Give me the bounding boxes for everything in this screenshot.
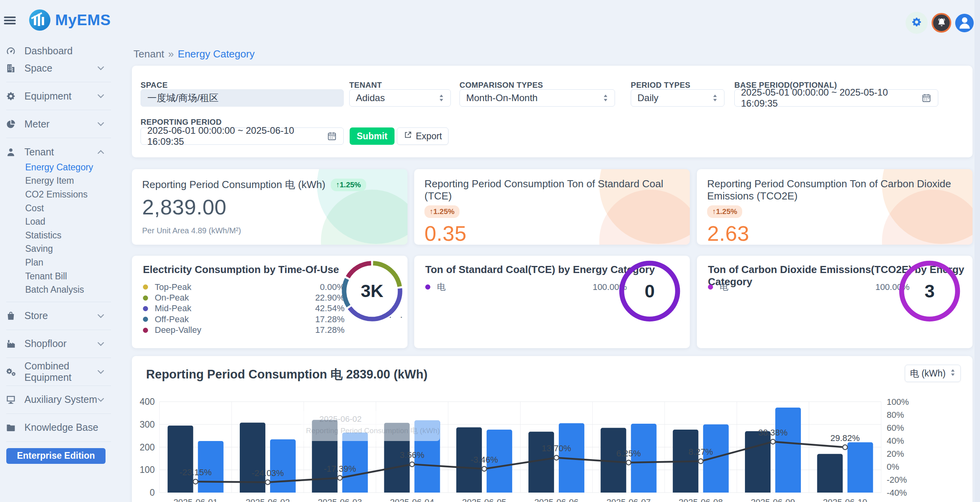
sidebar: DashboardSpaceEquipmentMeterTenantEnergy…: [0, 42, 118, 464]
sidebar-item-space[interactable]: Space: [0, 59, 118, 77]
sidebar-subitem-cost[interactable]: Cost: [0, 201, 118, 215]
svg-text:3: 3: [924, 281, 935, 301]
sidebar-item-label: Equipment: [24, 90, 72, 102]
sidebar-item-auxiliary-system[interactable]: Auxiliary System: [0, 391, 118, 408]
svg-text:-17.39%: -17.39%: [324, 464, 356, 474]
donut-chart[interactable]: 3: [896, 258, 963, 325]
sidebar-item-label: Space: [24, 63, 52, 74]
metric-card-electricity: Reporting Period Consumption 电 (kWh)↑1.2…: [132, 169, 408, 245]
svg-text:-20%: -20%: [887, 475, 907, 485]
legend-dot: [708, 284, 713, 290]
gauge-icon: [6, 46, 16, 56]
legend-dot: [143, 306, 148, 311]
donut-card-tco2e-category: Ton of Carbon Dioxide Emissions(TCO2E) b…: [697, 256, 973, 348]
period-types-select[interactable]: Daily: [631, 89, 724, 107]
legend-label: 电: [437, 281, 446, 293]
svg-text:100%: 100%: [887, 397, 909, 407]
svg-text:-40%: -40%: [887, 488, 907, 498]
sidebar-item-label: Shopfloor: [24, 338, 67, 349]
legend-label: Off-Peak: [155, 314, 189, 325]
legend-percent: 17.28%: [315, 325, 345, 335]
scrollbar[interactable]: [974, 0, 980, 502]
legend-row[interactable]: Top-Peak0.00%: [143, 282, 345, 292]
svg-text:38.38%: 38.38%: [758, 428, 788, 437]
sidebar-subitem-saving[interactable]: Saving: [0, 242, 118, 256]
svg-text:2025-06-10: 2025-06-10: [823, 497, 867, 502]
sidebar-subitem-tenant-bill[interactable]: Tenant Bill: [0, 269, 118, 283]
sidebar-item-tenant[interactable]: Tenant: [0, 143, 118, 161]
reporting-period-input[interactable]: 2025-06-01 00:00:00 ~ 2025-06-10 16:09:3…: [141, 127, 344, 145]
sidebar-item-knowledge-base[interactable]: Knowledge Base: [0, 419, 118, 436]
breadcrumb-parent[interactable]: Tenant: [133, 48, 164, 60]
svg-text:0%: 0%: [887, 462, 899, 472]
app-logo[interactable]: MyEMS: [29, 9, 111, 31]
space-input[interactable]: 一度城/商场/租区: [141, 89, 344, 107]
legend-row[interactable]: On-Peak22.90%: [143, 292, 345, 303]
breadcrumb-current: Energy Category: [178, 48, 255, 60]
legend-row[interactable]: 电100.00%: [708, 282, 910, 292]
sidebar-subitem-co2-emissions[interactable]: CO2 Emissions: [0, 188, 118, 201]
svg-text:2025-06-01: 2025-06-01: [173, 497, 218, 502]
logo-building-icon: [29, 9, 50, 31]
svg-text:29.82%: 29.82%: [830, 433, 860, 443]
logo-text: MyEMS: [55, 11, 111, 29]
user-avatar[interactable]: [955, 14, 974, 32]
export-button[interactable]: Export: [397, 127, 448, 145]
metric-title: Reporting Period Consumption 电 (kWh): [142, 178, 325, 192]
export-icon: [404, 131, 412, 142]
sidebar-subitem-load[interactable]: Load: [0, 215, 118, 229]
donut-chart[interactable]: 0: [616, 258, 683, 325]
legend-row[interactable]: Deep-Valley17.28%: [143, 325, 345, 336]
space-label: SPACE: [141, 81, 168, 90]
donut-legend: 电100.00%: [425, 282, 627, 292]
legend-dot: [425, 284, 430, 290]
sidebar-subitem-plan[interactable]: Plan: [0, 256, 118, 269]
svg-text:-3.46%: -3.46%: [471, 455, 498, 465]
comparison-types-label: COMPARISON TYPES: [459, 81, 543, 90]
sidebar-item-meter[interactable]: Meter: [0, 115, 118, 133]
chart-unit-select[interactable]: 电 (kWh): [905, 365, 961, 382]
trend-badge: ↑1.25%: [707, 205, 742, 218]
sort-caret-icon: [439, 94, 444, 102]
legend-row[interactable]: 电100.00%: [425, 282, 627, 292]
app-root: MyEMS DashboardSpaceEquipmentMeterTenant…: [0, 0, 980, 502]
sidebar-item-label: Store: [24, 310, 48, 321]
sidebar-subitem-energy-category[interactable]: Energy Category: [0, 161, 118, 174]
consumption-chart-card: Reporting Period Consumption 电 2839.00 (…: [132, 356, 973, 502]
enterprise-edition-button[interactable]: Enterprise Edition: [6, 448, 106, 464]
legend-dot: [143, 317, 148, 322]
legend-row[interactable]: Mid-Peak42.54%: [143, 303, 345, 314]
tenant-select[interactable]: Adidas: [349, 89, 451, 107]
submit-button[interactable]: Submit: [350, 127, 395, 145]
svg-text:-23.15%: -23.15%: [180, 467, 212, 477]
svg-text:3K: 3K: [361, 281, 383, 301]
sort-caret-icon: [603, 94, 608, 102]
metric-title: Reporting Period Consumption Ton of Stan…: [424, 178, 680, 202]
legend-dot: [143, 295, 148, 301]
sidebar-item-store[interactable]: Store: [0, 307, 118, 325]
settings-gear-icon[interactable]: [906, 12, 928, 34]
topbar-icons: [906, 12, 974, 34]
svg-text:2025-06-04: 2025-06-04: [390, 497, 434, 502]
sidebar-subitem-energy-item[interactable]: Energy Item: [0, 174, 118, 188]
sidebar-subitem-statistics[interactable]: Statistics: [0, 229, 118, 242]
sidebar-item-combined-equipment[interactable]: Combined Equipment: [0, 363, 118, 380]
svg-text:2025-06-07: 2025-06-07: [606, 497, 651, 502]
sidebar-subitem-batch-analysis[interactable]: Batch Analysis: [0, 283, 118, 297]
notifications-bell-icon[interactable]: [932, 13, 951, 33]
legend-row[interactable]: Off-Peak17.28%: [143, 314, 345, 325]
hamburger-menu-icon[interactable]: [4, 17, 16, 26]
svg-text:2025-06-09: 2025-06-09: [751, 497, 795, 502]
svg-text:60%: 60%: [887, 423, 904, 433]
sidebar-item-label: Dashboard: [24, 45, 72, 57]
legend-label: Mid-Peak: [155, 303, 191, 314]
comparison-types-select[interactable]: Month-On-Month: [459, 89, 615, 107]
chevron-down-icon: [96, 395, 106, 404]
svg-text:40%: 40%: [887, 436, 904, 446]
base-period-input[interactable]: 2025-05-01 00:00:00 ~ 2025-05-10 16:09:3…: [734, 89, 938, 107]
trend-badge: ↑1.25%: [424, 205, 459, 218]
sidebar-item-dashboard[interactable]: Dashboard: [0, 42, 118, 59]
sidebar-item-equipment[interactable]: Equipment: [0, 87, 118, 105]
sidebar-item-shopfloor[interactable]: Shopfloor: [0, 335, 118, 353]
metric-value: 0.35: [424, 221, 680, 245]
